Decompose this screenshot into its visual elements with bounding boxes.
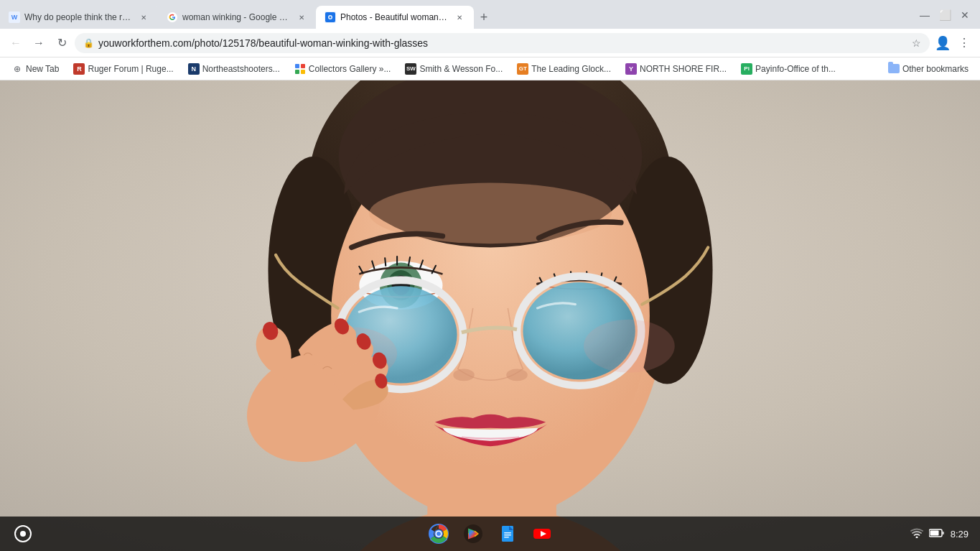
- tab-bar: W Why do people think the roll do... ✕ w…: [0, 0, 980, 29]
- bookmark-favicon-payinfo: Pi: [741, 63, 752, 75]
- bookmark-favicon-northeast: N: [188, 63, 200, 75]
- url-text: youworkforthem.com/photo/125178/beautifu…: [98, 37, 907, 49]
- tab-close-1[interactable]: ✕: [138, 11, 149, 23]
- taskbar-play-store-icon[interactable]: [462, 522, 485, 545]
- svg-point-51: [915, 536, 918, 538]
- svg-point-30: [584, 320, 675, 373]
- bookmark-new-tab[interactable]: ⊕ New Tab: [6, 60, 65, 78]
- bookmark-label-collectors: Collectors Gallery »...: [309, 64, 391, 74]
- window-controls: — ⬜ ✕: [915, 6, 980, 29]
- browser-window: W Why do people think the roll do... ✕ w…: [0, 0, 980, 551]
- menu-button[interactable]: ⋮: [954, 33, 974, 53]
- photo-image: [0, 80, 980, 551]
- time-display: 8:29: [951, 529, 969, 540]
- svg-rect-53: [942, 532, 944, 534]
- taskbar-camera-button[interactable]: [11, 522, 34, 545]
- tab-label-1: Why do people think the roll do...: [24, 12, 134, 22]
- taskbar-docs-icon[interactable]: [496, 522, 519, 545]
- address-bar[interactable]: 🔒 youworkforthem.com/photo/125178/beauti…: [75, 33, 930, 53]
- bookmark-smith-wesson[interactable]: SW Smith & Wesson Fo...: [399, 60, 508, 78]
- bookmark-ruger[interactable]: R Ruger Forum | Ruge...: [67, 60, 179, 78]
- svg-point-23: [453, 369, 475, 381]
- bookmark-favicon-new-tab: ⊕: [11, 63, 23, 75]
- taskbar: 8:29: [0, 517, 980, 551]
- bookmark-label-new-tab: New Tab: [26, 64, 59, 74]
- bookmark-label-ruger: Ruger Forum | Ruge...: [88, 64, 173, 74]
- taskbar-youtube-icon[interactable]: [531, 522, 554, 545]
- bookmark-label-north-shore: NORTH SHORE FIR...: [640, 64, 727, 74]
- svg-point-3: [330, 17, 332, 19]
- bookmark-favicon-collectors: [294, 63, 306, 75]
- new-tab-button[interactable]: +: [474, 7, 494, 27]
- bookmark-north-shore[interactable]: Y NORTH SHORE FIR...: [620, 60, 732, 78]
- svg-rect-7: [301, 70, 305, 74]
- tab-close-2[interactable]: ✕: [296, 11, 307, 23]
- taskbar-center: [427, 522, 554, 545]
- maximize-button[interactable]: ⬜: [935, 6, 954, 24]
- refresh-button[interactable]: ↻: [52, 33, 72, 53]
- folder-icon: [888, 64, 900, 73]
- bookmark-collectors[interactable]: Collectors Gallery »...: [289, 60, 397, 78]
- bookmark-label-glock: The Leading Glock...: [531, 64, 611, 74]
- back-button[interactable]: ←: [6, 33, 26, 53]
- minimize-button[interactable]: —: [915, 6, 934, 24]
- camera-icon: [14, 525, 32, 542]
- svg-rect-48: [504, 537, 509, 538]
- tab-photos[interactable]: Photos - Beautiful woman winki... ✕: [316, 6, 474, 29]
- bookmark-label-smith-wesson: Smith & Wesson Fo...: [419, 64, 503, 74]
- bookmark-other-bookmarks[interactable]: Other bookmarks: [882, 61, 974, 77]
- svg-point-24: [506, 369, 528, 381]
- toolbar-right: 👤 ⋮: [933, 33, 974, 53]
- tab-favicon-3: [325, 11, 336, 23]
- svg-rect-47: [504, 534, 511, 536]
- svg-rect-4: [295, 64, 299, 68]
- taskbar-right: 8:29: [910, 528, 969, 540]
- toolbar: ← → ↻ 🔒 youworkforthem.com/photo/125178/…: [0, 29, 980, 57]
- bookmarks-bar: ⊕ New Tab R Ruger Forum | Ruge... N Nort…: [0, 57, 980, 80]
- tab-close-3[interactable]: ✕: [454, 11, 465, 23]
- bookmark-label-northeast: Northeastshooters...: [202, 64, 280, 74]
- battery-icon: [929, 529, 945, 540]
- content-area: 8:29: [0, 80, 980, 551]
- bookmark-northeast[interactable]: N Northeastshooters...: [182, 60, 286, 78]
- bookmark-payinfo[interactable]: Pi Payinfo-Office of th...: [735, 60, 841, 78]
- tab-favicon-2: [167, 11, 178, 23]
- bookmark-label-payinfo: Payinfo-Office of th...: [755, 64, 836, 74]
- bookmark-favicon-ruger: R: [73, 63, 85, 75]
- svg-rect-54: [930, 530, 938, 535]
- bookmark-favicon-north-shore: Y: [625, 63, 637, 75]
- bookmark-label-other: Other bookmarks: [902, 64, 969, 74]
- tab-label-2: woman winking - Google Search: [182, 12, 291, 22]
- svg-point-41: [437, 532, 441, 536]
- bookmark-favicon-glock: GT: [517, 63, 528, 75]
- lock-icon: 🔒: [83, 38, 94, 48]
- forward-button[interactable]: →: [29, 33, 49, 53]
- svg-rect-5: [301, 64, 305, 68]
- svg-rect-45: [502, 526, 513, 542]
- account-button[interactable]: 👤: [933, 33, 953, 53]
- tab-favicon-1: W: [9, 11, 20, 23]
- bookmark-glock[interactable]: GT The Leading Glock...: [511, 60, 617, 78]
- tab-why-do-people[interactable]: W Why do people think the roll do... ✕: [0, 6, 158, 29]
- tab-woman-winking[interactable]: woman winking - Google Search ✕: [158, 6, 316, 29]
- tab-label-3: Photos - Beautiful woman winki...: [340, 12, 449, 22]
- bookmark-star-icon[interactable]: ☆: [912, 37, 921, 49]
- taskbar-chrome-icon[interactable]: [427, 522, 450, 545]
- svg-rect-6: [295, 70, 299, 74]
- svg-rect-46: [504, 532, 511, 534]
- close-button[interactable]: ✕: [956, 6, 974, 24]
- wifi-icon: [910, 528, 923, 540]
- bookmark-favicon-smith-wesson: SW: [405, 63, 416, 75]
- camera-inner: [20, 531, 26, 537]
- taskbar-left: [11, 522, 34, 545]
